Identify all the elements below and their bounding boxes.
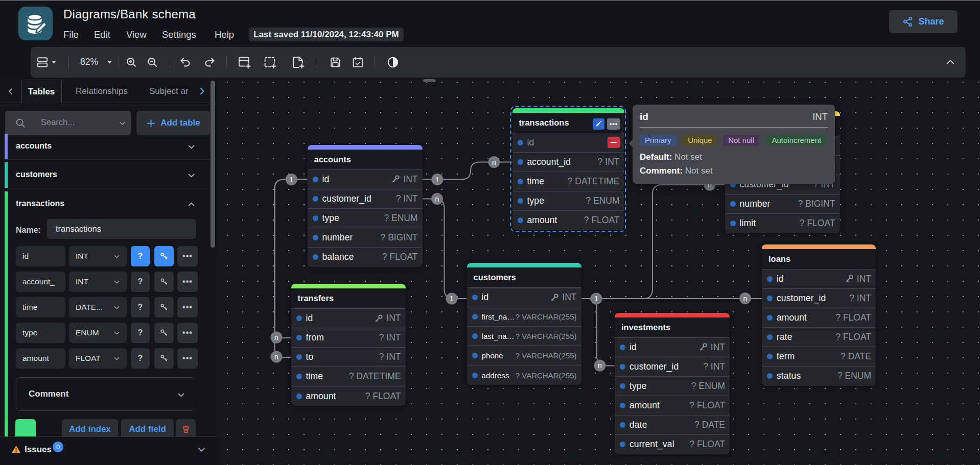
svg-text:n: n bbox=[492, 158, 496, 166]
svg-text:1: 1 bbox=[450, 295, 454, 303]
svg-text:n: n bbox=[435, 195, 439, 203]
svg-text:1: 1 bbox=[290, 176, 294, 184]
svg-text:n: n bbox=[598, 361, 602, 370]
svg-text:1: 1 bbox=[435, 176, 439, 184]
svg-text:1: 1 bbox=[594, 295, 598, 303]
svg-text:n: n bbox=[274, 353, 278, 361]
svg-text:n: n bbox=[274, 333, 278, 341]
svg-text:n: n bbox=[743, 295, 748, 303]
